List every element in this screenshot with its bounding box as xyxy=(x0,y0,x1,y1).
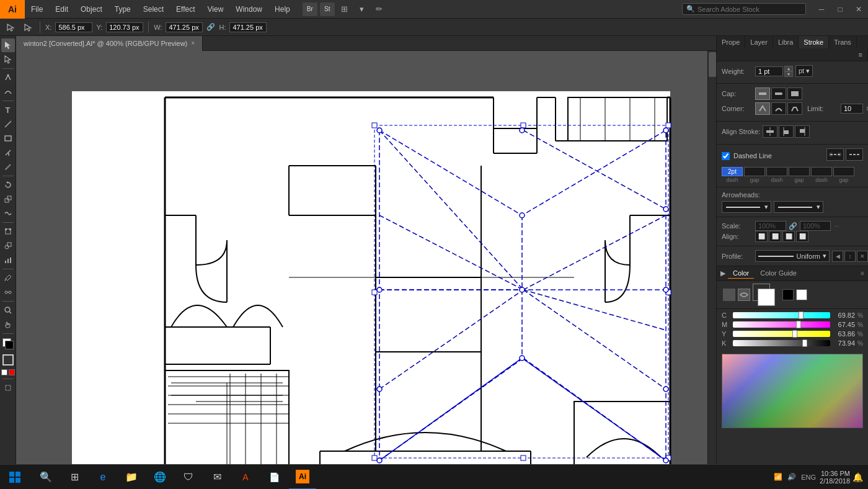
profile-select[interactable]: Uniform ▾ xyxy=(755,250,830,262)
close-button[interactable]: ✕ xyxy=(849,0,868,19)
tab-color-guide[interactable]: Color Guide xyxy=(755,268,802,279)
red-swatch[interactable] xyxy=(9,369,15,375)
stroke-swatch[interactable] xyxy=(5,341,14,349)
bridge-icon[interactable]: Br xyxy=(303,2,317,16)
color-panel-menu[interactable]: ≡ xyxy=(861,270,864,277)
y-thumb[interactable] xyxy=(792,330,797,338)
arrowhead-start-select[interactable]: ▾ xyxy=(722,201,771,213)
free-transform-tool[interactable] xyxy=(1,225,15,238)
shape-builder-tool[interactable] xyxy=(1,239,15,253)
canvas-inner[interactable] xyxy=(16,51,716,474)
menu-edit[interactable]: Edit xyxy=(49,0,74,18)
tab-color[interactable]: Color xyxy=(728,268,754,279)
taskbar-ie[interactable]: e xyxy=(89,465,117,490)
sound-icon[interactable]: 🔊 xyxy=(786,473,797,481)
background-swatch[interactable] xyxy=(758,289,775,306)
tab-close-button[interactable]: × xyxy=(191,40,195,47)
tab-stroke[interactable]: Stroke xyxy=(799,36,829,48)
k-thumb[interactable] xyxy=(802,339,807,347)
tab-libraries[interactable]: Libra xyxy=(773,36,799,48)
direct-select-icon[interactable] xyxy=(21,20,35,34)
weight-unit-dropdown[interactable]: pt ▾ xyxy=(795,65,813,77)
direct-selection-tool[interactable] xyxy=(1,53,15,66)
eyedropper-tool[interactable] xyxy=(1,271,15,285)
arrowhead-end-select[interactable]: ▾ xyxy=(774,201,823,213)
menu-object[interactable]: Object xyxy=(74,0,108,18)
swap-colors-icon[interactable] xyxy=(738,289,750,301)
search-input[interactable] xyxy=(698,6,802,13)
corner-round[interactable] xyxy=(771,102,786,115)
workspace-icon[interactable]: ⊞ xyxy=(337,2,352,16)
menu-file[interactable]: File xyxy=(25,0,49,18)
menu-help[interactable]: Help xyxy=(268,0,296,18)
corner-bevel[interactable] xyxy=(787,102,802,115)
warp-tool[interactable] xyxy=(1,207,15,220)
system-clock[interactable]: 10:36 PM 2/18/2018 xyxy=(820,470,850,485)
vertical-scrollbar[interactable] xyxy=(707,51,716,474)
m-slider[interactable] xyxy=(733,321,830,328)
dash-input-1[interactable] xyxy=(722,167,743,176)
weight-down[interactable]: ▼ xyxy=(784,71,793,77)
taskbar-search[interactable]: 🔍 xyxy=(32,465,60,490)
tab-transform[interactable]: Trans xyxy=(829,36,857,48)
weight-up[interactable]: ▲ xyxy=(784,66,793,71)
profile-close[interactable]: ✕ xyxy=(857,251,868,262)
maximize-button[interactable]: □ xyxy=(831,0,849,19)
type-tool[interactable]: T xyxy=(1,103,15,117)
y-slider[interactable] xyxy=(733,331,830,337)
pencil-tool[interactable] xyxy=(1,160,15,174)
profile-flip[interactable]: ↕ xyxy=(844,251,856,262)
blend-tool[interactable] xyxy=(1,285,15,299)
dash-opt-uniform[interactable] xyxy=(846,148,863,161)
cap-square[interactable] xyxy=(787,87,802,100)
width-input[interactable] xyxy=(166,22,203,32)
cap-butt[interactable] xyxy=(755,87,770,100)
black-swatch-small[interactable] xyxy=(782,289,794,300)
scale-link-icon[interactable]: 🔗 xyxy=(789,222,797,230)
gap-input-1[interactable] xyxy=(744,167,765,176)
color-mode-icon[interactable] xyxy=(723,289,735,301)
taskbar-illustrator[interactable]: Ai xyxy=(289,465,316,490)
taskbar-email[interactable]: ✉ xyxy=(203,465,231,490)
dash-opt-corners[interactable] xyxy=(826,148,844,161)
scale-end-input[interactable] xyxy=(800,221,831,231)
menu-view[interactable]: View xyxy=(202,0,230,18)
profile-prev[interactable]: ◀ xyxy=(832,251,843,262)
align-btn-2[interactable]: ⬜ xyxy=(769,231,781,242)
align-btn-1[interactable]: ⬜ xyxy=(755,231,768,242)
rotate-tool[interactable] xyxy=(1,178,15,192)
c-thumb[interactable] xyxy=(799,312,804,319)
gap-input-2[interactable] xyxy=(789,167,810,176)
chart-tool[interactable] xyxy=(1,253,15,267)
white-swatch-small[interactable] xyxy=(796,289,807,300)
c-slider[interactable] xyxy=(733,312,830,318)
share-icon[interactable]: ✏ xyxy=(372,2,387,16)
align-btn-4[interactable]: ⬜ xyxy=(796,231,808,242)
white-swatch[interactable] xyxy=(1,369,7,375)
zoom-tool[interactable] xyxy=(1,303,15,317)
lang-label[interactable]: ENG xyxy=(800,473,817,481)
align-inside[interactable] xyxy=(779,125,794,138)
align-outside[interactable] xyxy=(795,125,810,138)
rectangle-tool[interactable] xyxy=(1,132,15,145)
constrain-icon[interactable]: 🔗 xyxy=(206,23,215,31)
workspace-dropdown[interactable]: ▾ xyxy=(355,2,370,16)
pen-tool[interactable] xyxy=(1,71,15,84)
menu-effect[interactable]: Effect xyxy=(170,0,201,18)
taskbar-acrobat[interactable]: A xyxy=(232,465,259,490)
scale-start-input[interactable] xyxy=(755,221,786,231)
weight-input[interactable] xyxy=(755,66,783,76)
align-center[interactable] xyxy=(763,125,777,138)
taskbar-unknown[interactable]: 📄 xyxy=(260,465,288,490)
taskbar-task-view[interactable]: ⊞ xyxy=(61,465,88,490)
dashed-checkbox[interactable] xyxy=(722,152,730,160)
tab-layers[interactable]: Layer xyxy=(745,36,773,48)
artboard-tool[interactable] xyxy=(1,381,15,395)
gap-input-3[interactable] xyxy=(833,167,854,176)
k-slider[interactable] xyxy=(733,340,830,346)
taskbar-chrome[interactable]: 🌐 xyxy=(146,465,174,490)
selection-tool-icon[interactable] xyxy=(4,20,17,34)
dash-input-3[interactable] xyxy=(811,167,832,176)
menu-window[interactable]: Window xyxy=(229,0,268,18)
selection-tool[interactable] xyxy=(1,38,15,52)
